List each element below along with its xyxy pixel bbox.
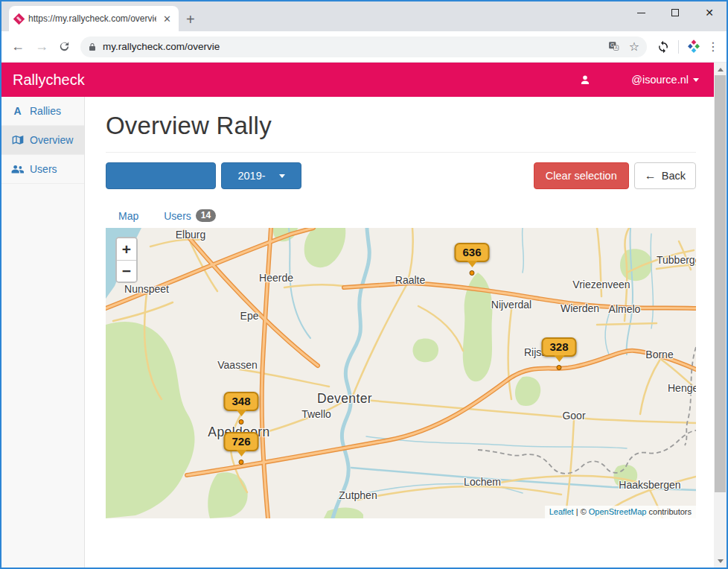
leaflet-link[interactable]: Leaflet: [549, 507, 574, 516]
city-label: Nunspeet: [124, 283, 169, 295]
marker-dot: [470, 270, 475, 276]
svg-text:A: A: [615, 45, 618, 50]
sync-extension-icon[interactable]: [654, 38, 672, 56]
leaflet-map[interactable]: ElburgNunspeetHeerdeEpeRaalteNijverdalVr…: [106, 228, 696, 518]
sidebar-item-rallies[interactable]: A Rallies: [1, 97, 84, 126]
tab-users[interactable]: Users 14: [164, 209, 216, 222]
tab-map[interactable]: Map: [118, 210, 138, 222]
app-header: Rallycheck @isource.nl: [1, 63, 714, 97]
city-label: Haaksbergen: [619, 479, 680, 491]
cluster-marker[interactable]: 348: [223, 392, 258, 425]
cluster-count: 348: [223, 392, 258, 411]
maximize-button[interactable]: [658, 1, 692, 24]
city-label: Vriezenveen: [572, 279, 630, 290]
window-controls: ✕: [624, 1, 727, 24]
page-scrollbar[interactable]: [714, 63, 727, 568]
diamonds-extension-icon[interactable]: [685, 38, 703, 56]
site-favicon-icon: [13, 13, 25, 25]
marker-dot: [557, 365, 562, 370]
chevron-down-icon: [693, 78, 699, 85]
city-label: Raalte: [395, 274, 425, 286]
cluster-marker[interactable]: 636: [454, 243, 489, 276]
tab-users-label: Users: [164, 210, 191, 222]
city-label: Deventer: [317, 391, 372, 407]
cluster-marker[interactable]: 726: [223, 432, 258, 465]
tab-map-label: Map: [118, 210, 138, 222]
zoom-out-button[interactable]: −: [117, 260, 136, 282]
year-dropdown[interactable]: 2019-: [221, 162, 301, 189]
cluster-marker[interactable]: 328: [541, 337, 576, 370]
brand-logo[interactable]: Rallycheck: [13, 71, 85, 89]
title-divider: [106, 152, 696, 153]
openstreetmap-link[interactable]: OpenStreetMap: [589, 507, 647, 516]
city-label: Twello: [301, 408, 331, 420]
back-button[interactable]: ← Back: [634, 162, 696, 189]
main-content: Overview Rally 2019- Clear selection ←: [85, 97, 714, 568]
maximize-icon: [671, 9, 679, 16]
city-label: Heerde: [259, 272, 293, 284]
url-bar[interactable]: my.rallycheck.com/overvie GA ☆: [80, 36, 647, 57]
browser-window: https://my.rallycheck.com/overvie ✕ + ✕ …: [0, 0, 728, 569]
page-title: Overview Rally: [106, 112, 696, 140]
tab-title: https://my.rallycheck.com/overvie: [28, 13, 156, 24]
menu-kebab-icon[interactable]: ⋮: [706, 39, 721, 54]
sidebar-item-label: Rallies: [30, 105, 61, 117]
close-button[interactable]: ✕: [692, 1, 727, 24]
marker-dot: [239, 419, 244, 425]
new-tab-button[interactable]: +: [186, 12, 195, 27]
city-label: Lochem: [464, 476, 501, 488]
arrow-left-icon: ←: [645, 169, 657, 182]
scrollbar-thumb[interactable]: [715, 75, 726, 492]
action-toolbar: 2019- Clear selection ← Back: [106, 162, 696, 189]
translate-icon[interactable]: GA: [605, 38, 623, 56]
city-label: Elburg: [176, 229, 205, 241]
year-dropdown-label: 2019-: [237, 170, 265, 182]
tab-close-icon[interactable]: ✕: [162, 13, 173, 25]
city-label: Zutphen: [339, 489, 377, 501]
sidebar-item-label: Overview: [30, 134, 73, 146]
city-label: Goor: [562, 410, 585, 422]
zoom-in-button[interactable]: +: [117, 238, 136, 260]
sidebar-item-overview[interactable]: Overview: [1, 126, 84, 155]
browser-toolbar: ← → my.rallycheck.com/overvie GA ☆ ⋮: [1, 31, 727, 63]
sidebar-item-users[interactable]: Users: [1, 155, 84, 184]
city-label: Wierden: [561, 302, 599, 314]
sidebar-item-label: Users: [30, 163, 57, 175]
user-icon[interactable]: [579, 74, 591, 86]
city-label: Tubbergen: [657, 254, 696, 266]
tab-strip: https://my.rallycheck.com/overvie ✕ + ✕: [1, 1, 727, 31]
lock-icon: [88, 42, 97, 52]
map-icon: [11, 135, 24, 145]
city-label: Nijverdal: [491, 299, 531, 311]
url-text[interactable]: my.rallycheck.com/overvie: [103, 41, 599, 52]
rallies-icon: A: [11, 105, 24, 117]
marker-dot: [239, 460, 244, 465]
scroll-down-icon[interactable]: [714, 556, 727, 568]
map-tiles: [106, 228, 696, 518]
back-icon[interactable]: ←: [7, 39, 28, 54]
cluster-count: 726: [223, 432, 258, 451]
minimize-button[interactable]: [624, 1, 658, 24]
users-count-badge: 14: [196, 209, 216, 222]
rally-select-button[interactable]: [106, 162, 216, 189]
back-button-label: Back: [662, 170, 686, 182]
bookmark-star-icon[interactable]: ☆: [629, 39, 639, 54]
chevron-down-icon: [279, 174, 285, 181]
city-label: Vaassen: [217, 359, 257, 371]
clear-selection-button[interactable]: Clear selection: [534, 162, 629, 189]
browser-tab[interactable]: https://my.rallycheck.com/overvie ✕: [9, 6, 179, 31]
scroll-up-icon[interactable]: [714, 63, 727, 74]
zoom-control: + −: [115, 237, 138, 283]
city-label: Almelo: [609, 303, 641, 315]
forward-icon[interactable]: →: [31, 39, 52, 54]
reload-icon[interactable]: [55, 38, 73, 56]
users-icon: [11, 165, 24, 174]
account-menu[interactable]: @isource.nl: [579, 74, 699, 86]
city-label: Epe: [240, 310, 259, 322]
attribution-separator: | ©: [574, 507, 589, 516]
cluster-count: 328: [541, 337, 576, 357]
toolbar-separator: [678, 40, 679, 54]
attribution-suffix: contributors: [646, 507, 692, 516]
city-label: Hengelo: [668, 382, 696, 394]
page-viewport: Rallycheck @isource.nl A Rallies: [1, 63, 727, 568]
